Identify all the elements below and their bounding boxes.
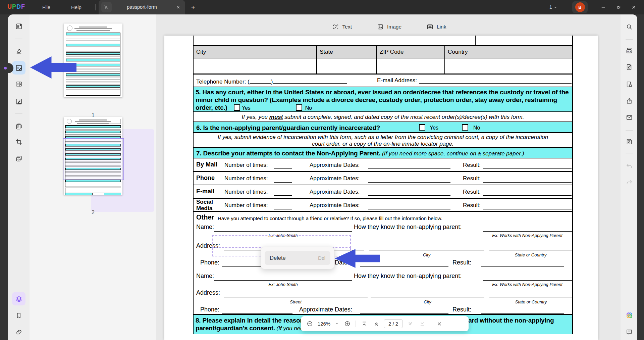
page-thumbnail-1[interactable]: [64, 23, 122, 97]
num-times-field[interactable]: [274, 168, 292, 169]
watermark-icon[interactable]: [12, 152, 25, 165]
how-know-field[interactable]: [483, 231, 572, 232]
edit-pdf-icon[interactable]: [12, 61, 25, 75]
result-field[interactable]: [483, 195, 572, 196]
address-city-field[interactable]: [369, 250, 484, 250]
organize-pages-icon[interactable]: [12, 119, 25, 133]
annotate-icon[interactable]: [12, 44, 25, 58]
attachment-icon[interactable]: [12, 325, 25, 339]
dates-field[interactable]: [368, 195, 450, 196]
add-image-button[interactable]: Image: [374, 21, 404, 33]
text-label: Text: [342, 24, 352, 30]
page-indicator[interactable]: 2 / 2: [384, 319, 403, 328]
divider: [431, 321, 431, 327]
protect-icon[interactable]: [623, 78, 636, 91]
pdf-page[interactable]: City State ZIP Code Country Telephone Nu…: [164, 36, 598, 340]
tab-close-icon[interactable]: [175, 4, 182, 11]
how-know-field[interactable]: [483, 280, 572, 281]
q6-yes-checkbox[interactable]: [419, 124, 425, 131]
scroll-to-top-icon[interactable]: [360, 319, 369, 329]
updf-window: UPDF File Help passport-form + 1 B: [0, 0, 644, 340]
viewport-rectangle[interactable]: [63, 138, 124, 180]
image-label: Image: [387, 24, 401, 30]
q5-yes-checkbox[interactable]: [234, 104, 240, 111]
divider: [626, 153, 633, 153]
email-icon[interactable]: [623, 111, 636, 124]
name-field[interactable]: [214, 231, 352, 232]
result-field[interactable]: [483, 168, 572, 169]
question-5: 5. Has any court, either in the United S…: [193, 87, 573, 112]
crop-pages-icon[interactable]: [12, 135, 25, 148]
address-state-field[interactable]: [489, 250, 572, 250]
bookmark-icon[interactable]: [12, 309, 25, 322]
restore-button[interactable]: [613, 3, 624, 11]
email-field[interactable]: [419, 77, 572, 84]
q5-no-checkbox[interactable]: [296, 104, 302, 111]
dates-field[interactable]: [368, 209, 450, 209]
close-button[interactable]: [628, 3, 639, 11]
result-field[interactable]: [481, 266, 564, 267]
document-tab[interactable]: passport-form: [99, 0, 185, 14]
redo-icon[interactable]: [623, 176, 636, 189]
num-times-field[interactable]: [274, 182, 292, 183]
num-times-field[interactable]: [274, 209, 292, 209]
result-field[interactable]: [483, 209, 572, 209]
dates-field[interactable]: [368, 182, 450, 183]
menu-file[interactable]: File: [38, 0, 55, 14]
divider: [626, 130, 633, 131]
ocr-icon[interactable]: OCR: [623, 44, 636, 57]
name-field[interactable]: [214, 280, 352, 281]
account-button[interactable]: B: [572, 1, 588, 13]
zoom-in-icon[interactable]: [342, 319, 352, 329]
undo-icon[interactable]: [623, 159, 636, 173]
scroll-to-bottom-icon[interactable]: [418, 319, 427, 329]
ai-assistant-icon[interactable]: [623, 308, 636, 322]
link-label: Link: [437, 24, 446, 30]
result-field[interactable]: [483, 182, 572, 183]
new-tab-button[interactable]: +: [189, 3, 198, 12]
search-icon[interactable]: [623, 20, 636, 34]
logo-letter: U: [7, 3, 12, 10]
forms-icon[interactable]: [12, 77, 25, 91]
telephone-email-row: Telephone Number: () E-mail Address:: [193, 75, 573, 87]
q6-no-label: No: [473, 125, 480, 131]
fill-sign-icon[interactable]: [12, 95, 25, 108]
minimize-button[interactable]: [597, 3, 609, 11]
share-icon[interactable]: [623, 94, 636, 108]
delete-shortcut: Del: [318, 255, 325, 261]
zoom-dropdown-icon[interactable]: [334, 319, 340, 329]
q6-no-checkbox[interactable]: [462, 124, 468, 131]
telephone-area-field[interactable]: [250, 77, 271, 84]
close-toolbar-icon[interactable]: [435, 319, 444, 329]
comment-icon[interactable]: [623, 325, 636, 339]
next-page-icon[interactable]: [406, 319, 415, 329]
convert-icon[interactable]: [623, 60, 636, 74]
image-icon: [377, 23, 384, 31]
divider: [356, 321, 356, 327]
q5-no-label: No: [305, 105, 312, 111]
text-icon: [332, 23, 339, 31]
add-text-button[interactable]: Text: [329, 21, 355, 33]
num-times-field[interactable]: [274, 195, 292, 196]
question-6-note: If yes, submit evidence of incarceration…: [193, 133, 573, 148]
previous-page-icon[interactable]: [372, 319, 381, 329]
telephone-field[interactable]: [273, 77, 347, 84]
reader-icon[interactable]: [12, 19, 25, 33]
layers-icon[interactable]: [12, 292, 25, 305]
dates-field[interactable]: [368, 168, 450, 169]
context-menu-delete[interactable]: Delete Del: [265, 251, 330, 265]
edit-mode-toolbar: Text Image Link: [302, 20, 476, 34]
contact-row-email: E-mail Number of times: Approximate Date…: [193, 185, 573, 199]
selected-field-outline[interactable]: [212, 235, 351, 248]
dates-field[interactable]: [360, 266, 448, 267]
save-icon[interactable]: [623, 135, 636, 148]
address-entry-row[interactable]: [193, 58, 573, 75]
address-street-field[interactable]: [224, 297, 368, 297]
address-city-field[interactable]: [371, 297, 484, 297]
address-state-field[interactable]: [489, 297, 573, 297]
menu-help[interactable]: Help: [66, 0, 86, 14]
right-edge: [637, 14, 644, 340]
window-count-dropdown[interactable]: 1: [549, 0, 557, 14]
zoom-out-icon[interactable]: [305, 319, 314, 329]
add-link-button[interactable]: Link: [424, 21, 449, 33]
